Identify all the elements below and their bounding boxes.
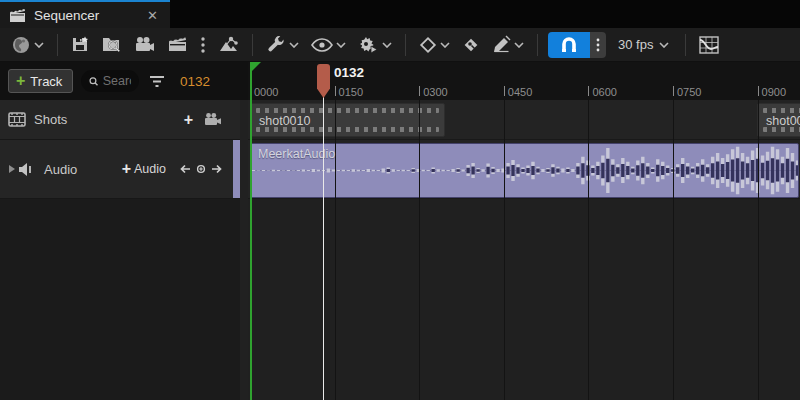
sequence-start-marker[interactable]: [250, 62, 252, 400]
tick-label: 0150: [339, 86, 363, 98]
outliner-header: + Track Search 0132: [0, 62, 248, 100]
chevron-down-icon: [440, 42, 450, 48]
keyframe-diamond-icon: [419, 36, 437, 54]
add-audio-button[interactable]: + Audio: [122, 161, 166, 177]
gridline: [419, 100, 420, 400]
pencil-icon: [492, 35, 511, 54]
audio-lane: MeerkatAudio: [248, 140, 800, 199]
audio-track-color-band: [233, 140, 240, 198]
render-movie-button[interactable]: [162, 31, 193, 58]
keyframe-navigation: [180, 164, 222, 174]
toolbar-separator: [57, 34, 58, 56]
eye-icon: [311, 38, 333, 52]
plus-icon: +: [16, 73, 25, 89]
more-options-button[interactable]: [195, 32, 211, 58]
tick-label: 0450: [508, 86, 532, 98]
clapperboard-icon: [9, 8, 26, 23]
snapping-toggle-button[interactable]: [548, 32, 590, 58]
track-row-shots[interactable]: Shots +: [0, 100, 248, 140]
film-perforations: [256, 127, 439, 132]
tick-label: 0750: [677, 86, 701, 98]
save-icon: [71, 35, 90, 54]
previous-key-icon[interactable]: [180, 164, 191, 174]
track-outliner: + Track Search 0132 Shots +: [0, 62, 248, 400]
tick-label: 0900: [762, 86, 786, 98]
keyframe-options-button[interactable]: [414, 32, 455, 58]
shot-clip[interactable]: shot0010: [250, 103, 445, 137]
tab-sequencer[interactable]: Sequencer ✕: [0, 0, 170, 28]
track-label-shots: Shots: [34, 112, 67, 127]
ruler[interactable]: 0000015003000450060007500900: [248, 62, 800, 100]
add-track-label: Track: [30, 74, 62, 89]
shots-lane: shot0010 shot0020: [248, 100, 800, 140]
expand-caret-icon[interactable]: [8, 164, 16, 174]
add-audio-label: Audio: [134, 162, 166, 176]
render-clapper-icon: [167, 35, 188, 54]
camera-icon: [134, 35, 155, 54]
edit-options-button[interactable]: [487, 31, 529, 58]
sequence-graph-icon: [218, 35, 239, 54]
curve-editor-button[interactable]: [694, 32, 724, 58]
world-icon: [11, 35, 31, 55]
save-button[interactable]: [66, 31, 95, 58]
gear-play-icon: [358, 35, 379, 54]
shot-clip-label: shot0010: [259, 114, 310, 128]
fps-label: 30 fps: [618, 37, 653, 52]
gridline: [335, 100, 336, 400]
search-placeholder: Search: [103, 74, 132, 88]
tab-close-icon[interactable]: ✕: [145, 8, 160, 23]
current-frame-display[interactable]: 0132: [180, 74, 210, 89]
camera-icon: [203, 112, 222, 127]
lanes: shot0010 shot0020 MeerkatAudio: [248, 100, 800, 400]
create-camera-button[interactable]: [129, 31, 160, 58]
sequencer-toolbar: 30 fps: [0, 28, 800, 62]
toolbar-separator: [405, 34, 406, 56]
chevron-down-icon: [336, 42, 346, 48]
film-perforations: [763, 127, 800, 132]
filmstrip-icon: [8, 112, 26, 127]
shot-clip[interactable]: shot0020: [757, 103, 800, 137]
search-input[interactable]: Search: [81, 70, 139, 92]
speaker-icon: [18, 162, 36, 177]
chevron-down-icon: [382, 42, 392, 48]
fps-dropdown[interactable]: 30 fps: [610, 33, 677, 56]
view-options-button[interactable]: [306, 34, 351, 56]
outliner-scrollbar[interactable]: [240, 100, 248, 400]
add-track-button[interactable]: + Track: [8, 69, 73, 93]
tab-title: Sequencer: [34, 8, 137, 23]
world-button[interactable]: [6, 31, 49, 59]
folder-search-icon: [102, 35, 122, 54]
plus-icon: +: [122, 161, 131, 177]
shot-clip-label: shot0020: [766, 114, 800, 128]
toolbar-separator: [685, 34, 686, 56]
ellipsis-vertical-icon: [200, 36, 206, 54]
filter-button[interactable]: [147, 73, 167, 90]
track-row-audio[interactable]: Audio + Audio: [0, 140, 248, 199]
add-key-icon[interactable]: [196, 164, 206, 174]
sequence-tools-button[interactable]: [213, 31, 244, 58]
playback-options-button[interactable]: [353, 31, 397, 58]
chevron-down-icon: [289, 42, 299, 48]
curve-editor-icon: [699, 36, 719, 54]
gridline: [588, 100, 589, 400]
sequence-start-flag-icon: [252, 62, 261, 71]
tab-strip: Sequencer ✕: [0, 0, 800, 28]
sequencer-main: + Track Search 0132 Shots +: [0, 62, 800, 400]
auto-key-button[interactable]: [457, 32, 485, 58]
toolbar-separator: [252, 34, 253, 56]
timeline-area: 0000015003000450060007500900 shot0010 sh…: [248, 62, 800, 400]
playhead-line[interactable]: [323, 88, 324, 400]
chevron-down-icon: [659, 42, 669, 48]
actions-button[interactable]: [261, 31, 304, 59]
next-key-icon[interactable]: [211, 164, 222, 174]
audio-clip[interactable]: MeerkatAudio: [250, 143, 799, 198]
snapping-options-button[interactable]: [590, 32, 606, 58]
auto-key-icon: [462, 36, 480, 54]
filter-icon: [149, 75, 165, 88]
gridline: [673, 100, 674, 400]
find-in-content-browser-button[interactable]: [97, 31, 127, 58]
film-perforations: [256, 108, 439, 113]
chevron-down-icon: [514, 42, 524, 48]
add-shot-button[interactable]: +: [184, 112, 193, 128]
gridline: [758, 100, 759, 400]
